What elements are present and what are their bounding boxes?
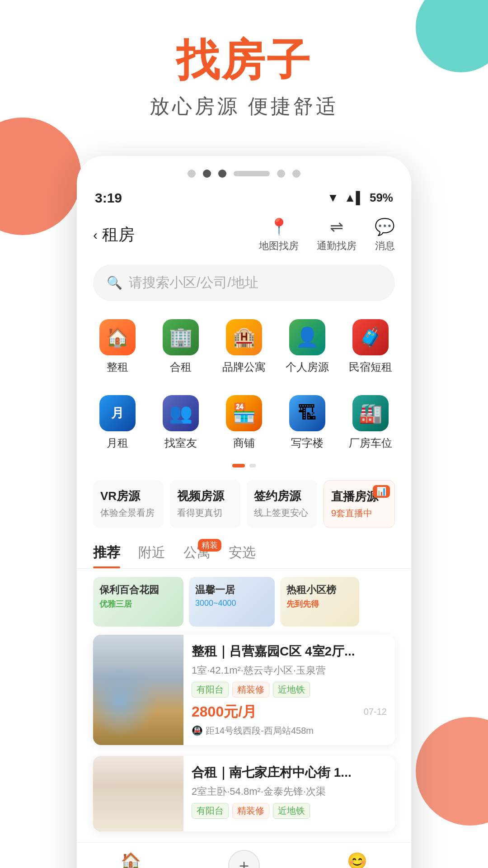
tag-metro-1: 近地铁 (273, 682, 310, 698)
dots-indicator (77, 156, 411, 186)
listing-price-1: 2800元/月 (192, 702, 257, 722)
banner-baoli-sub: 优雅三居 (93, 599, 183, 609)
live-badge: 📊 (373, 485, 390, 498)
listing-img-2 (93, 756, 183, 831)
feature-sign-desc: 线上签更安心 (254, 507, 310, 519)
minsu-label: 民宿短租 (349, 360, 392, 374)
room-interior-decoration-1 (93, 635, 183, 745)
fabu-add-button[interactable]: ＋ (228, 850, 260, 868)
banner-wenxin[interactable]: 温馨一居 3000~4000 (189, 577, 275, 627)
category-pinpai[interactable]: 🏨 品牌公寓 (212, 312, 276, 383)
listing-detail-2: 2室主卧·54.8m²·金泰先锋·次渠 (192, 785, 387, 798)
listing-price-row-1: 2800元/月 07-12 (192, 702, 387, 722)
battery-level: 59% (370, 191, 393, 205)
dot-1 (188, 170, 196, 178)
tab-anx-label: 安选 (229, 545, 256, 560)
page-subtitle: 放心房源 便捷舒适 (0, 93, 488, 120)
shangpu-label: 商铺 (233, 436, 255, 450)
feature-video-desc: 看得更真切 (177, 507, 233, 519)
hezi-icon: 🏢 (163, 319, 199, 355)
wifi-icon: ▼ (327, 191, 339, 205)
nav-action-commute[interactable]: ⇌ 通勤找房 (317, 217, 357, 253)
zhengzu-icon: 🏠 (99, 319, 136, 355)
feature-card-video[interactable]: 视频房源 看得更真切 (170, 480, 240, 528)
nav-action-message-label: 消息 (375, 239, 395, 253)
feature-card-live[interactable]: 📊 直播房源 9套直播中 (324, 480, 395, 528)
category-xiezilou[interactable]: 🏗 写字楼 (276, 388, 339, 459)
bottom-nav: 🏠 租房 ＋ 发布 😊 我的 (77, 842, 411, 868)
shiyu-icon: 👥 (163, 395, 199, 431)
xiezilou-label: 写字楼 (291, 436, 324, 450)
category-hezi[interactable]: 🏢 合租 (149, 312, 212, 383)
category-chang[interactable]: 🏭 厂房车位 (339, 388, 402, 459)
category-yuzu[interactable]: 月 月租 (86, 388, 149, 459)
category-geren[interactable]: 👤 个人房源 (276, 312, 339, 383)
tab-apartment[interactable]: 公寓 精装 (183, 543, 211, 568)
banner-baoli[interactable]: 保利百合花园 优雅三居 (93, 577, 183, 627)
pinpai-label: 品牌公寓 (222, 360, 266, 374)
map-icon: 📍 (269, 217, 289, 236)
feature-video-title: 视频房源 (177, 488, 233, 504)
listing-title-2: 合租｜南七家庄村中心街 1... (192, 764, 387, 781)
yuzu-label: 月租 (107, 436, 128, 450)
nav-back[interactable]: ‹ 租房 (93, 224, 135, 246)
listing-info-2: 合租｜南七家庄村中心街 1... 2室主卧·54.8m²·金泰先锋·次渠 有阳台… (183, 756, 395, 831)
banner-row: 保利百合花园 优雅三居 温馨一居 3000~4000 热租小区榜 先到先得 (77, 569, 411, 635)
dot-3 (218, 170, 226, 178)
commute-icon: ⇌ (330, 217, 343, 236)
page-dots (77, 464, 411, 467)
status-time: 3:19 (95, 190, 122, 206)
phone-mockup: 3:19 ▼ ▲▌ 59% ‹ 租房 📍 地图找房 ⇌ 通勤找房 💬 消息 (77, 156, 411, 868)
pinpai-icon: 🏨 (226, 319, 262, 355)
category-shangpu[interactable]: 🏪 商铺 (212, 388, 276, 459)
tag-balcony-2: 有阳台 (192, 803, 229, 819)
listing-info-1: 整租｜吕营嘉园C区 4室2厅... 1室·42.1m²·慈云寺小区·玉泉营 有阳… (183, 635, 395, 745)
bottom-nav-wode[interactable]: 😊 我的 (347, 852, 367, 868)
dot-5 (292, 170, 300, 178)
listing-card-1[interactable]: 整租｜吕营嘉园C区 4室2厅... 1室·42.1m²·慈云寺小区·玉泉营 有阳… (93, 635, 395, 745)
listing-tags-1: 有阳台 精装修 近地铁 (192, 682, 387, 698)
shiyu-label: 找室友 (164, 436, 197, 450)
status-bar: 3:19 ▼ ▲▌ 59% (77, 186, 411, 210)
listing-card-2[interactable]: 合租｜南七家庄村中心街 1... 2室主卧·54.8m²·金泰先锋·次渠 有阳台… (93, 756, 395, 831)
listing-img-1 (93, 635, 183, 745)
banner-wenxin-title: 温馨一居 (189, 577, 275, 599)
tabs-row: 推荐 附近 公寓 精装 安选 (77, 537, 411, 569)
zufang-icon: 🏠 (121, 852, 141, 868)
bg-decoration-orange-bottom (416, 717, 488, 826)
tab-recommend[interactable]: 推荐 (93, 543, 120, 568)
feature-sign-title: 签约房源 (254, 488, 310, 504)
bottom-nav-zufang[interactable]: 🏠 租房 (121, 852, 141, 868)
listing-title-1: 整租｜吕营嘉园C区 4室2厅... (192, 643, 387, 660)
geren-icon: 👤 (289, 319, 325, 355)
chang-label: 厂房车位 (349, 436, 392, 450)
banner-rexiao[interactable]: 热租小区榜 先到先得 (280, 577, 359, 627)
nav-actions: 📍 地图找房 ⇌ 通勤找房 💬 消息 (259, 217, 395, 253)
yuzu-icon: 月 (99, 395, 136, 431)
tag-balcony-1: 有阳台 (192, 682, 229, 698)
nav-action-map[interactable]: 📍 地图找房 (259, 217, 299, 253)
page-title: 找房子 (0, 36, 488, 84)
signal-icon: ▲▌ (344, 191, 364, 205)
message-icon: 💬 (375, 217, 395, 236)
shangpu-icon: 🏪 (226, 395, 262, 431)
tab-anx[interactable]: 安选 (229, 543, 256, 568)
dot-bar (234, 171, 270, 176)
wode-icon: 😊 (347, 852, 367, 868)
bottom-nav-fabu[interactable]: ＋ 发布 (228, 852, 260, 868)
search-bar[interactable]: 🔍 请搜索小区/公司/地址 (93, 264, 395, 301)
feature-cards: VR房源 体验全景看房 视频房源 看得更真切 签约房源 线上签更安心 📊 直播房… (77, 474, 411, 534)
zhengzu-label: 整租 (107, 360, 128, 374)
feature-card-vr[interactable]: VR房源 体验全景看房 (93, 480, 164, 528)
listing-metro-1: 🚇 距14号线西段-西局站458m (192, 725, 387, 737)
geren-label: 个人房源 (286, 360, 329, 374)
category-zhengzu[interactable]: 🏠 整租 (86, 312, 149, 383)
xiezilou-icon: 🏗 (289, 395, 325, 431)
category-minsu[interactable]: 🧳 民宿短租 (339, 312, 402, 383)
tag-decor-2: 精装修 (232, 803, 269, 819)
nav-action-message[interactable]: 💬 消息 (375, 217, 395, 253)
tab-nearby[interactable]: 附近 (138, 543, 165, 568)
feature-card-sign[interactable]: 签约房源 线上签更安心 (247, 480, 317, 528)
top-nav: ‹ 租房 📍 地图找房 ⇌ 通勤找房 💬 消息 (77, 210, 411, 260)
category-shiyu[interactable]: 👥 找室友 (149, 388, 212, 459)
